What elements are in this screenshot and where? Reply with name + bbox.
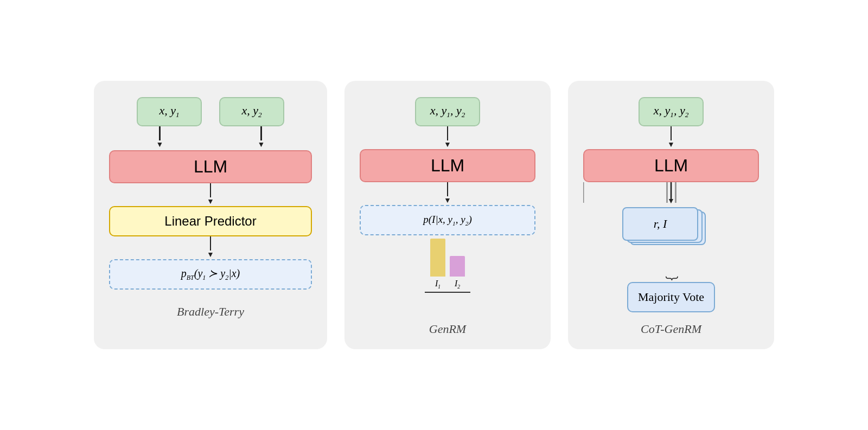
genrm-panel: x, y1, y2 ▼ LLM ▼ p(I|x, y1, y2) I1 [344,81,551,349]
bt-arrow-right: ▼ [258,126,265,150]
genrm-llm-box: LLM [360,149,535,182]
genrm-bar-2-rect [450,256,465,277]
bt-arrow-llm-to-predictor: ▼ [207,183,214,206]
cot-input-box: x, y1, y2 [639,97,704,126]
cot-panel-label: CoT-GenRM [641,322,701,336]
genrm-bar-1-rect [430,239,445,277]
bt-arrow-predictor-to-output: ▼ [207,236,214,259]
cot-triple-arrows: ▼ [583,182,759,207]
genrm-bar-chart: I1 I2 [425,249,470,293]
genrm-bar-1-label: I1 [435,279,441,290]
cot-llm-box: LLM [583,149,759,182]
cot-right-line [675,182,676,203]
bt-llm-box: LLM [109,150,312,183]
cot-card-front: r, I [622,207,698,241]
genrm-llm-label: LLM [431,156,464,176]
genrm-bar-1: I1 [430,239,445,290]
bt-inputs: x, y1 x, y2 [137,97,284,126]
genrm-output-label: p(I|x, y1, y2) [423,214,471,227]
genrm-arrow-1: ▼ [444,126,451,149]
bradley-terry-panel: x, y1 x, y2 ▼ ▼ LLM [94,81,327,349]
bt-output-label: pBT(y1 ≻ y2|x) [181,267,240,282]
cot-brace-section: ⏟ Majority Vote [583,259,759,312]
cot-card-label: r, I [654,217,667,231]
genrm-input-label: x, y1, y2 [430,104,465,119]
cot-arrow-1: ▼ [667,126,675,149]
bt-input-label-2: x, y2 [241,104,261,119]
bt-output-box: pBT(y1 ≻ y2|x) [109,259,312,290]
genrm-output-box: p(I|x, y1, y2) [360,205,535,235]
bt-input-box-2: x, y2 [219,97,284,126]
genrm-panel-label: GenRM [429,322,466,336]
cot-brace: ⏟ [666,259,677,280]
cot-center-arrow: ▼ [667,182,675,205]
genrm-input-box: x, y1, y2 [415,97,480,126]
cot-vote-label: Majority Vote [638,290,704,304]
genrm-arrow-2: ▼ [444,182,451,205]
bt-llm-label: LLM [194,157,227,177]
bt-input-label-1: x, y1 [159,104,179,119]
cot-vote-box: Majority Vote [627,282,715,312]
cot-llm-label: LLM [654,156,688,176]
bt-input-box-1: x, y1 [137,97,202,126]
bt-input-col-2: x, y2 [219,97,284,126]
bt-dual-arrows: ▼ ▼ [109,126,312,150]
bt-arrow-left: ▼ [156,126,164,150]
linear-predictor-box: Linear Predictor [109,206,312,236]
genrm-bar-2: I2 [450,256,465,290]
cot-left-line [666,182,668,203]
bt-input-col-1: x, y1 [137,97,202,126]
linear-predictor-label: Linear Predictor [164,214,256,229]
cot-stacked-cards: r, I [622,207,720,256]
cotgenrm-panel: x, y1, y2 ▼ LLM ▼ [568,81,774,349]
diagrams-container: x, y1 x, y2 ▼ ▼ LLM [81,68,787,362]
cot-input-label: x, y1, y2 [654,104,688,119]
bt-panel-label: Bradley-Terry [177,305,244,319]
genrm-bar-2-label: I2 [455,279,460,290]
cot-vote-box-wrapper: Majority Vote [627,282,715,312]
